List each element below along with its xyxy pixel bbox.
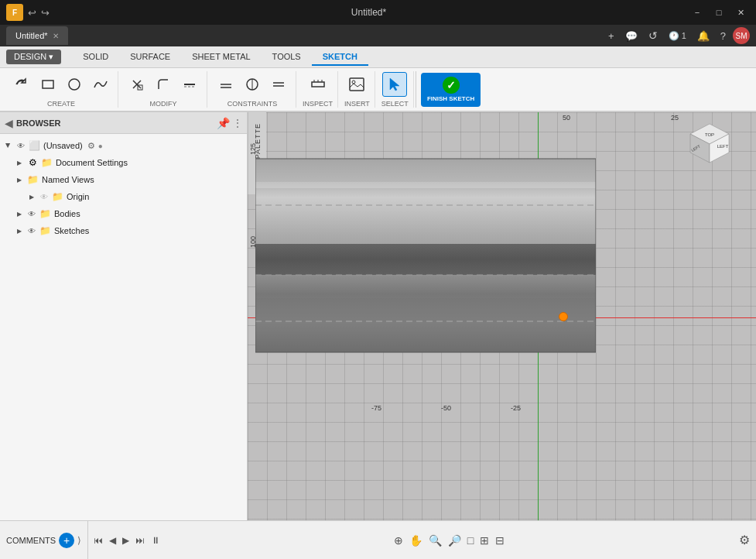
canvas-area[interactable]: 50 25 125 100	[248, 112, 756, 520]
tab-surface[interactable]: SURFACE	[119, 49, 181, 66]
equal-button[interactable]	[266, 72, 291, 97]
insert-image-button[interactable]	[344, 72, 369, 97]
refresh-icon[interactable]: ↺	[645, 28, 662, 43]
pan-tool-icon[interactable]: ✋	[408, 533, 424, 548]
settings-button[interactable]: ⚙	[739, 533, 750, 547]
insert-buttons	[344, 72, 369, 97]
expand-named-views-arrow[interactable]: ▶	[14, 174, 25, 185]
tab-actions: + 💬 ↺ 🕐 1 🔔 ? SM	[604, 27, 756, 44]
minimize-button[interactable]: −	[688, 3, 706, 22]
measure-button[interactable]	[306, 72, 330, 97]
constraints-label: CONSTRAINTS	[227, 100, 278, 108]
menu-tabs: SOLID SURFACE SHEET METAL TOOLS SKETCH	[72, 49, 368, 66]
new-tab-button[interactable]: +	[604, 29, 618, 43]
inspect-buttons	[306, 72, 330, 97]
visibility-icon-sketches[interactable]: 👁	[26, 225, 37, 236]
grid-icon[interactable]: ⊞	[478, 533, 491, 548]
help-icon[interactable]: ?	[717, 29, 730, 43]
coincident-button[interactable]	[214, 72, 238, 97]
dimension-button[interactable]	[240, 72, 265, 97]
finish-sketch-button[interactable]: ✓ FINISH SKETCH	[421, 73, 481, 107]
browser-item-root[interactable]: ▶ 👁 ⬜ (Unsaved) ⚙ ●	[0, 137, 247, 154]
browser-panel: ◀ BROWSER 📌 ⋮ ▶ 👁 ⬜ (Unsaved) ⚙ ● ▶ ⚙ 📁 …	[0, 112, 248, 520]
pin-browser-button[interactable]: 📌	[217, 117, 230, 129]
svg-point-1	[69, 79, 80, 90]
undo-icon[interactable]: ↩	[28, 7, 36, 19]
expand-origin-arrow[interactable]: ▶	[26, 191, 37, 202]
close-button[interactable]: ✕	[731, 3, 750, 22]
tab-solid[interactable]: SOLID	[72, 49, 119, 66]
browser-item-sketches[interactable]: ▶ 👁 📁 Sketches	[0, 222, 247, 239]
expand-root-arrow[interactable]: ▶	[3, 140, 14, 151]
notifications-icon[interactable]: 🔔	[693, 29, 713, 43]
tab-tools[interactable]: TOOLS	[262, 49, 312, 66]
display-icon[interactable]: ⊟	[494, 533, 506, 548]
redo-icon[interactable]: ↪	[41, 7, 50, 19]
insert-label: INSERT	[344, 100, 370, 108]
browser-item-doc-settings[interactable]: ▶ ⚙ 📁 Document Settings	[0, 154, 247, 171]
active-tab[interactable]: Untitled* ✕	[6, 26, 68, 45]
spline-button[interactable]	[88, 72, 113, 97]
trim-button[interactable]	[125, 72, 149, 97]
browser-content: ▶ 👁 ⬜ (Unsaved) ⚙ ● ▶ ⚙ 📁 Document Setti…	[0, 134, 247, 520]
modify-group: MODIFY	[120, 71, 207, 108]
design-button[interactable]: DESIGN ▾	[6, 50, 61, 64]
folder-named-views-icon: 📁	[26, 173, 39, 186]
select-button[interactable]	[382, 72, 407, 97]
sketches-label: Sketches	[54, 226, 89, 235]
finish-sketch-group: ✓ FINISH SKETCH	[416, 71, 485, 108]
zoom-fit-icon[interactable]: 🔎	[446, 533, 463, 548]
svg-rect-0	[43, 81, 53, 88]
fillet-button[interactable]	[151, 72, 176, 97]
expand-bodies-arrow[interactable]: ▶	[14, 208, 25, 219]
expand-doc-settings-arrow[interactable]: ▶	[14, 157, 25, 168]
browser-item-named-views[interactable]: ▶ 📁 Named Views	[0, 171, 247, 188]
undo-arc-button[interactable]	[9, 72, 34, 97]
chat-icon[interactable]: 💬	[621, 29, 641, 43]
expand-sketches-arrow[interactable]: ▶	[14, 225, 25, 236]
maximize-button[interactable]: □	[710, 3, 728, 22]
account-icon[interactable]: SM	[733, 27, 750, 44]
add-comment-button[interactable]: +	[59, 533, 74, 548]
settings-icon-root[interactable]: ⚙	[87, 141, 95, 151]
collapse-browser-button[interactable]: ◀	[5, 117, 13, 129]
playback-controls: ⏮ ◀ ▶ ⏭ ⏸	[91, 533, 162, 548]
tab-sketch[interactable]: SKETCH	[312, 49, 368, 66]
view-cube[interactable]: TOP LEFT LEFT	[686, 120, 733, 166]
tab-close-icon[interactable]: ✕	[53, 32, 59, 40]
modify-buttons	[125, 72, 202, 97]
browser-item-bodies[interactable]: ▶ 👁 📁 Bodies	[0, 205, 247, 222]
window-select-icon[interactable]: □	[466, 533, 475, 548]
history-icon[interactable]: 🕐 1	[665, 29, 690, 43]
zoom-icon[interactable]: 🔍	[427, 533, 443, 548]
constraints-buttons	[214, 72, 291, 97]
named-views-label: Named Views	[42, 175, 94, 184]
visibility-icon-origin[interactable]: 👁	[39, 191, 50, 202]
expand-comments-button[interactable]: ⟩	[77, 535, 81, 546]
inspect-group: INSPECT	[298, 71, 338, 108]
tab-sheet-metal[interactable]: SHEET METAL	[181, 49, 261, 66]
bodies-label: Bodies	[54, 209, 80, 218]
offset-button[interactable]	[177, 72, 202, 97]
browser-title: BROWSER	[16, 118, 214, 128]
visibility-icon-bodies[interactable]: 👁	[26, 208, 37, 219]
tabbar: Untitled* ✕ + 💬 ↺ 🕐 1 🔔 ? SM	[0, 25, 756, 46]
rectangle-button[interactable]	[36, 72, 60, 97]
move-tool-icon[interactable]: ⊕	[392, 533, 405, 548]
prev-button[interactable]: ◀	[107, 533, 118, 548]
browser-item-origin[interactable]: ▶ 👁 📁 Origin	[0, 188, 247, 205]
browser-menu-button[interactable]: ⋮	[233, 118, 242, 129]
root-indicator: ●	[98, 142, 103, 150]
skip-back-button[interactable]: ⏮	[91, 533, 105, 548]
folder-icon-root: ⬜	[28, 139, 40, 152]
timeline-icons: ⊕ ✋ 🔍 🔎 □ ⊞ ⊟	[392, 533, 506, 548]
finish-sketch-label: FINISH SKETCH	[427, 95, 474, 102]
play-button[interactable]: ▶	[120, 533, 132, 548]
circle-button[interactable]	[62, 72, 87, 97]
visibility-icon-root[interactable]: 👁	[15, 140, 26, 151]
svg-rect-13	[312, 82, 324, 87]
pause-button[interactable]: ⏸	[149, 533, 162, 548]
next-button[interactable]: ⏭	[133, 533, 147, 548]
checkmark-icon: ✓	[443, 77, 460, 94]
constraints-group: CONSTRAINTS	[209, 71, 296, 108]
